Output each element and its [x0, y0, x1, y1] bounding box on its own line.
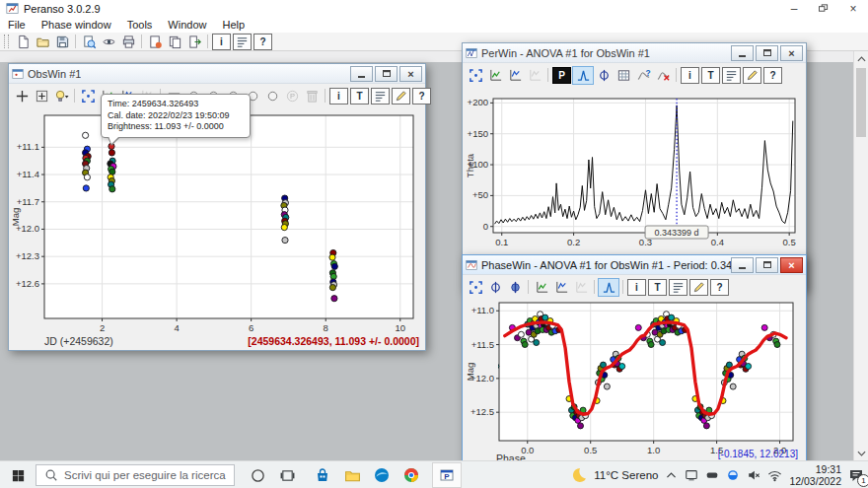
phi-icon-button[interactable] — [485, 279, 505, 296]
report-icon-button[interactable] — [669, 279, 687, 296]
blue-orb-tray-icon[interactable] — [726, 468, 740, 482]
zoom-y-icon-button[interactable] — [505, 67, 525, 84]
scroll-down-button[interactable] — [854, 446, 868, 460]
file-explorer-icon[interactable] — [337, 461, 367, 488]
info-icon-button[interactable]: i — [681, 67, 699, 84]
data-point[interactable] — [281, 225, 287, 231]
peak-icon-button[interactable] — [572, 66, 594, 85]
add-point-icon-button[interactable] — [12, 88, 32, 105]
data-point[interactable] — [282, 238, 288, 244]
add-box-icon-button[interactable] — [32, 88, 51, 105]
help-icon-button[interactable]: ? — [710, 279, 729, 296]
obswin-plot[interactable]: 246810+11.1+11.4+11.7+12.0+12.3+12.6Mag — [11, 107, 423, 338]
help-icon-button[interactable]: ? — [253, 34, 272, 50]
data-point[interactable] — [534, 340, 540, 346]
data-point[interactable] — [774, 342, 780, 348]
data-point[interactable] — [518, 331, 524, 337]
edit-icon-button[interactable] — [743, 67, 761, 84]
perwin-plot[interactable]: 0.10.20.30.40.50+50+100+150+200Theta0.34… — [466, 87, 805, 274]
zoom-prev-icon-button[interactable] — [571, 279, 591, 296]
taskbar-search-input[interactable]: Scrivi qui per eseguire la ricerca — [36, 464, 235, 486]
light-options-icon-button[interactable] — [51, 88, 71, 105]
zoom-extents-icon-button[interactable] — [78, 88, 98, 105]
data-point[interactable] — [331, 296, 337, 302]
menu-help[interactable]: Help — [214, 17, 253, 33]
info-icon-button[interactable]: i — [212, 34, 231, 50]
phi-icon-button[interactable] — [594, 67, 614, 84]
data-point[interactable] — [109, 186, 115, 192]
phasewin-close-button[interactable]: × — [780, 257, 803, 273]
phasewin-minimize-button[interactable] — [731, 257, 754, 273]
menu-window[interactable]: Window — [160, 17, 214, 33]
data-point[interactable] — [604, 383, 610, 389]
menu-file[interactable]: File — [0, 17, 34, 33]
data-point[interactable] — [522, 342, 528, 348]
data-point[interactable] — [493, 364, 499, 370]
taskbar-clock[interactable]: 19:31 12/03/2022 — [789, 463, 841, 487]
phasewin-plot[interactable]: 0.00.51.01.52.0+11.0+11.5+12.0+12.5Mag — [466, 299, 805, 458]
marker-5-icon-button[interactable] — [262, 88, 282, 105]
tray-expand-chevron[interactable] — [665, 469, 678, 482]
data-point[interactable] — [83, 185, 89, 191]
microsoft-store-icon[interactable] — [308, 461, 337, 488]
help-icon-button[interactable]: ? — [763, 67, 782, 84]
report-icon-button[interactable] — [233, 34, 252, 50]
obswin-titlebar[interactable]: ObsWin #1 × — [9, 64, 425, 84]
toolbar-grip[interactable] — [4, 35, 9, 48]
eye-icon-button[interactable] — [99, 34, 118, 50]
data-point[interactable] — [761, 324, 767, 330]
data-point[interactable] — [329, 285, 335, 291]
wifi-icon[interactable] — [767, 468, 782, 483]
data-point[interactable] — [619, 364, 625, 370]
close-button[interactable]: × — [838, 0, 868, 17]
curve-delete-icon-button[interactable] — [653, 67, 673, 84]
exit-icon-button[interactable] — [184, 34, 204, 50]
weather-moon-icon[interactable] — [571, 467, 587, 483]
taskbar-peranso-button[interactable]: P — [432, 462, 462, 488]
mdi-vertical-scrollbar[interactable] — [853, 51, 868, 460]
menu-tools[interactable]: Tools — [119, 17, 161, 33]
start-button[interactable] — [0, 461, 36, 488]
obswin-close-button[interactable]: × — [399, 66, 422, 82]
help-icon-button[interactable]: ? — [412, 88, 431, 105]
zoom-x-icon-button[interactable] — [485, 67, 505, 84]
perwin-minimize-button[interactable] — [731, 45, 754, 61]
phasewin-maximize-button[interactable] — [756, 257, 778, 273]
edit-icon-button[interactable] — [392, 88, 410, 105]
action-center-button[interactable]: 1 — [848, 467, 864, 483]
report-icon-button[interactable] — [371, 88, 390, 105]
perwin-maximize-button[interactable] — [756, 45, 778, 61]
zoom-x-icon-button[interactable] — [532, 279, 551, 296]
main-titlebar[interactable]: Peranso 3.0.2.9 – × — [0, 0, 868, 17]
annotation-icon-button[interactable]: T — [701, 67, 720, 84]
data-point[interactable] — [635, 324, 641, 330]
peak-icon-button[interactable] — [598, 278, 619, 297]
task-view-button[interactable] — [272, 461, 302, 488]
device-tray-icon[interactable] — [705, 468, 719, 482]
taskbar-weather[interactable]: 11°C Sereno — [594, 469, 658, 481]
open-icon-button[interactable] — [33, 34, 52, 50]
edge-icon[interactable] — [367, 461, 397, 488]
scrollbar-thumb[interactable] — [856, 68, 866, 137]
tablet-mode-icon[interactable] — [685, 468, 698, 482]
data-point[interactable] — [730, 383, 736, 389]
annotation-icon-button[interactable]: T — [648, 279, 667, 296]
perwin-titlebar[interactable]: PerWin - ANOVA #1 for ObsWin #1 × — [463, 43, 806, 63]
print-icon-button[interactable] — [118, 34, 138, 50]
zoom-prev-icon-button[interactable] — [525, 67, 544, 84]
data-point[interactable] — [331, 263, 337, 269]
preview-icon-button[interactable] — [79, 34, 99, 50]
save-icon-button[interactable] — [52, 34, 72, 50]
data-point[interactable] — [578, 423, 584, 429]
data-point[interactable] — [108, 150, 114, 156]
restore-button[interactable] — [809, 0, 838, 17]
perwin-close-button[interactable]: × — [780, 45, 803, 61]
data-point[interactable] — [329, 254, 335, 260]
method-anova-icon-button[interactable]: P — [552, 67, 571, 84]
menu-phase-window[interactable]: Phase window — [34, 17, 119, 33]
edit-icon-button[interactable] — [689, 279, 708, 296]
data-point[interactable] — [83, 132, 89, 138]
p-circle-icon-button[interactable]: P — [282, 88, 302, 105]
trash-icon-button[interactable] — [302, 88, 322, 105]
curve-help-icon-button[interactable]: ? — [633, 67, 653, 84]
